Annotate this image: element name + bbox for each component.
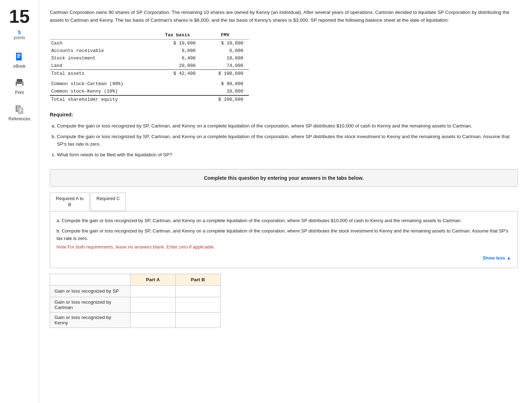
tab-required-c[interactable]: Required C [90,193,126,211]
required-header: Required: [50,112,518,117]
sidebar-item-references[interactable]: References [9,104,30,121]
references-icon [14,104,25,115]
svg-rect-1 [17,54,21,55]
svg-rect-7 [22,83,23,83]
svg-rect-14 [19,110,22,111]
requirements-list: Compute the gain or loss recognized by S… [57,122,518,158]
col-header-fmv: FMV [201,31,249,40]
requirement-b: Compute the gain or loss recognized by S… [57,133,518,148]
equity-row-cartman: Common stock–Cartman (90%) $ 90,000 [50,80,249,88]
col-header-tax-basis: Tax basis [154,31,201,40]
balance-sheet-table: Tax basis FMV Cash $ 10,000 $ 10,000 Acc… [50,31,249,103]
row-label-kenny: Gain or loss recognized by Kenny [50,312,131,328]
table-row: Gain or loss recognized by Kenny [50,312,220,328]
intro-paragraph: Cartman Corporation owns 90 shares of SP… [50,9,518,24]
input-kenny-part-b[interactable] [175,312,220,328]
input-kenny-part-b-field[interactable] [176,314,220,326]
total-assets-row: Total assets $ 42,400 $ 100,000 [50,70,249,78]
ebook-icon [14,51,25,62]
answer-section: Part A Part B Gain or loss recognized by… [50,274,518,328]
input-sp-part-b[interactable] [175,285,220,297]
input-cartman-part-b-field[interactable] [176,299,220,310]
tabs-row: Required A toB Required C [50,193,518,211]
col-empty-header [50,274,131,285]
table-row: Accounts receivable 6,000 6,000 [50,47,249,54]
complete-question-box: Complete this question by entering your … [50,169,518,187]
tab-line-a: a. Compute the gain or loss recognized b… [57,217,511,225]
input-sp-part-b-field[interactable] [176,286,220,297]
input-kenny-part-a[interactable] [131,312,175,328]
ebook-label: eBook [13,64,25,69]
input-sp-part-a[interactable] [131,285,175,297]
points-number: 5 [18,29,21,35]
requirement-a: Compute the gain or loss recognized by S… [57,122,518,130]
svg-rect-9 [17,106,20,107]
table-row: Stock investment 6,400 10,000 [50,54,249,62]
references-label: References [9,116,30,121]
complete-box-title: Complete this question by entering your … [57,175,510,181]
table-row: Gain or loss recognized by SP [50,285,220,297]
show-less-link[interactable]: Show less ▲ [483,255,511,261]
tab-note: Note:For both requirements, leave no ans… [57,244,511,251]
svg-rect-6 [17,84,22,87]
row-label-sp: Gain or loss recognized by SP [50,285,131,297]
table-row [50,77,249,80]
points-label: 5 points [14,29,25,40]
tab-required-ab[interactable]: Required A toB [50,193,90,211]
col-header-part-a: Part A [131,274,175,285]
input-kenny-part-a-field[interactable] [131,314,175,326]
input-cartman-part-a[interactable] [131,297,175,312]
svg-rect-3 [17,57,20,58]
equity-row-kenny: Common stock–Kenny (10%) 10,000 [50,88,249,95]
row-label-cartman: Gain or loss recognized by Cartman [50,297,131,312]
table-row: Land 20,000 74,000 [50,62,249,70]
tab-line-b: b. Compute the gain or loss recognized b… [57,227,511,242]
main-content: Cartman Corporation owns 90 shares of SP… [39,0,532,403]
table-row: Cash $ 10,000 $ 10,000 [50,40,249,47]
requirement-c: What form needs to be filed with the liq… [57,151,518,158]
col-header-part-b: Part B [175,274,220,285]
print-icon [14,77,25,89]
input-sp-part-a-field[interactable] [131,286,175,297]
print-label: Print [15,90,24,95]
sidebar-item-ebook[interactable]: eBook [13,51,25,69]
total-equity-row: Total shareholder equity $ 100,000 [50,95,249,103]
svg-rect-13 [19,109,22,109]
question-number: 15 [9,7,30,26]
show-less: Show less ▲ [57,255,511,262]
tab-content-ab: a. Compute the gain or loss recognized b… [50,211,518,268]
sidebar-item-print[interactable]: Print [14,77,25,95]
input-cartman-part-b[interactable] [175,297,220,312]
table-row: Gain or loss recognized by Cartman [50,297,220,312]
answer-table: Part A Part B Gain or loss recognized by… [50,274,220,328]
sidebar: 15 5 points eBook [0,0,39,403]
svg-rect-2 [17,56,21,56]
svg-rect-0 [16,53,22,61]
svg-rect-15 [19,111,21,112]
input-cartman-part-a-field[interactable] [131,299,175,310]
